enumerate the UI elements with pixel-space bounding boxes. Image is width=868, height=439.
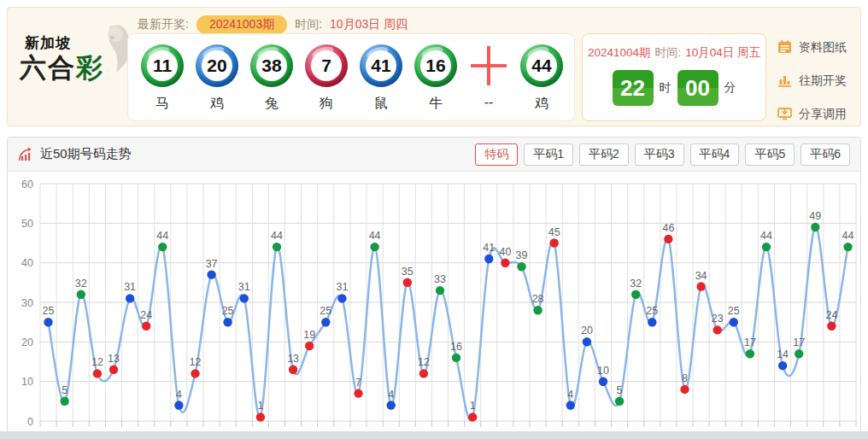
bar-chart-icon xyxy=(777,72,793,91)
time-label: 时间: xyxy=(295,17,322,32)
svg-text:32: 32 xyxy=(630,278,642,290)
ball-column-6: 16牛 xyxy=(414,44,457,113)
svg-text:25: 25 xyxy=(646,305,658,317)
trend-chart-panel: 近50期号码走势 特码平码1平码2平码3平码4平码5平码6 0102030405… xyxy=(7,137,861,439)
lottery-ball-5: 41 xyxy=(360,44,402,87)
svg-text:44: 44 xyxy=(369,230,381,242)
svg-text:20: 20 xyxy=(581,325,593,337)
svg-text:4: 4 xyxy=(388,389,394,401)
svg-text:35: 35 xyxy=(402,266,413,278)
svg-text:50: 50 xyxy=(21,218,33,230)
svg-text:25: 25 xyxy=(320,305,331,317)
svg-text:31: 31 xyxy=(124,281,136,293)
svg-text:13: 13 xyxy=(287,353,299,365)
side-link-label: 资料图纸 xyxy=(799,40,847,56)
svg-text:44: 44 xyxy=(156,230,168,242)
svg-text:44: 44 xyxy=(271,230,283,242)
lottery-ball-6: 16 xyxy=(414,44,457,87)
svg-text:16: 16 xyxy=(450,341,462,353)
svg-text:12: 12 xyxy=(190,356,202,368)
svg-text:19: 19 xyxy=(303,329,315,341)
share-icon xyxy=(777,105,793,124)
plus-zodiac-placeholder: -- xyxy=(484,95,494,110)
svg-text:40: 40 xyxy=(21,257,33,269)
zodiac-label: 马 xyxy=(155,95,169,113)
svg-text:12: 12 xyxy=(91,356,103,368)
side-link-label: 分享调用 xyxy=(799,107,847,122)
svg-text:13: 13 xyxy=(108,353,120,365)
zodiac-label: 狗 xyxy=(320,95,333,113)
svg-text:49: 49 xyxy=(809,210,821,222)
lottery-ball-1: 11 xyxy=(141,44,184,87)
ball-column-4: 7狗 xyxy=(305,44,348,113)
latest-issue-badge: 20241003期 xyxy=(196,15,287,34)
trend-tabs: 特码平码1平码2平码3平码4平码5平码6 xyxy=(475,143,850,166)
ball-number: 16 xyxy=(420,50,451,81)
ball-column-2: 20鸡 xyxy=(196,44,238,113)
ball-number: 41 xyxy=(366,50,396,81)
countdown-minutes: 00 xyxy=(677,70,718,106)
svg-text:34: 34 xyxy=(695,270,707,282)
svg-text:25: 25 xyxy=(222,305,234,317)
svg-text:31: 31 xyxy=(238,281,250,293)
zodiac-label: 鼠 xyxy=(374,95,388,113)
ball-column-1: 11马 xyxy=(141,44,184,113)
plus-icon xyxy=(469,44,508,87)
latest-draw-panel: 新加坡 六合彩 最新开奖: 20241003期 时间: 10月03日 周四 11… xyxy=(7,7,861,126)
countdown-clock: 22 时 00 分 xyxy=(583,70,765,106)
svg-text:25: 25 xyxy=(728,305,740,317)
tab-平码3[interactable]: 平码3 xyxy=(635,143,684,166)
ball-number: 20 xyxy=(202,50,232,81)
trend-chart-title: 近50期号码走势 xyxy=(18,146,132,162)
svg-text:32: 32 xyxy=(75,278,87,290)
ball-number: 7 xyxy=(311,50,342,81)
svg-text:45: 45 xyxy=(548,226,560,238)
svg-text:10: 10 xyxy=(21,376,33,388)
svg-text:30: 30 xyxy=(21,297,33,309)
svg-text:17: 17 xyxy=(793,337,805,348)
trend-chart-canvas: 0102030405060255321213312444412372531144… xyxy=(8,172,860,439)
trend-icon xyxy=(18,147,34,161)
tab-平码4[interactable]: 平码4 xyxy=(690,143,740,166)
tab-平码6[interactable]: 平码6 xyxy=(801,143,850,166)
svg-text:44: 44 xyxy=(760,230,772,242)
svg-text:25: 25 xyxy=(43,305,55,317)
ball-column-3: 38兔 xyxy=(250,44,293,113)
tab-平码1[interactable]: 平码1 xyxy=(524,143,573,166)
side-link-bar-chart[interactable]: 往期开奖 xyxy=(777,72,847,91)
ball-number: 11 xyxy=(147,50,178,81)
trend-title-text: 近50期号码走势 xyxy=(40,146,132,162)
zodiac-label: 牛 xyxy=(429,95,443,113)
svg-text:39: 39 xyxy=(516,249,528,261)
svg-text:20: 20 xyxy=(21,337,33,348)
svg-text:12: 12 xyxy=(418,356,430,368)
svg-text:40: 40 xyxy=(499,246,511,258)
next-draw-info: 20241004期 时间: 10月04日 周五 xyxy=(583,45,765,61)
winning-numbers-box: 11马20鸡38兔7狗41鼠16牛--44鸡总分177 xyxy=(127,33,575,121)
ball-column-special: 44鸡 xyxy=(520,44,563,113)
tab-平码2[interactable]: 平码2 xyxy=(579,143,629,166)
next-draw-countdown: 20241004期 时间: 10月04日 周五 22 时 00 分 xyxy=(582,33,766,121)
svg-text:14: 14 xyxy=(777,348,789,360)
ball-number: 44 xyxy=(526,50,557,81)
next-draw-date: 10月04日 周五 xyxy=(685,45,760,61)
next-issue: 20241004期 xyxy=(588,45,651,61)
latest-draw-date: 10月03日 周四 xyxy=(330,17,408,32)
latest-draw-info: 最新开奖: 20241003期 时间: 10月03日 周四 xyxy=(138,15,408,35)
svg-text:8: 8 xyxy=(682,372,688,384)
latest-draw-label: 最新开奖: xyxy=(138,17,189,32)
svg-text:7: 7 xyxy=(355,377,361,389)
minute-unit-label: 分 xyxy=(724,80,736,96)
svg-text:0: 0 xyxy=(27,416,33,428)
lottery-ball-special: 44 xyxy=(520,44,563,87)
plus-separator-column: -- xyxy=(469,44,508,113)
svg-text:46: 46 xyxy=(662,222,674,234)
ball-number: 38 xyxy=(256,50,287,81)
tab-平码5[interactable]: 平码5 xyxy=(745,143,795,166)
zodiac-label: 鸡 xyxy=(535,95,548,113)
side-link-notes[interactable]: 资料图纸 xyxy=(777,38,847,57)
svg-text:37: 37 xyxy=(206,258,218,270)
side-link-share[interactable]: 分享调用 xyxy=(777,105,847,124)
tab-特码[interactable]: 特码 xyxy=(475,143,518,166)
svg-text:33: 33 xyxy=(434,273,446,285)
